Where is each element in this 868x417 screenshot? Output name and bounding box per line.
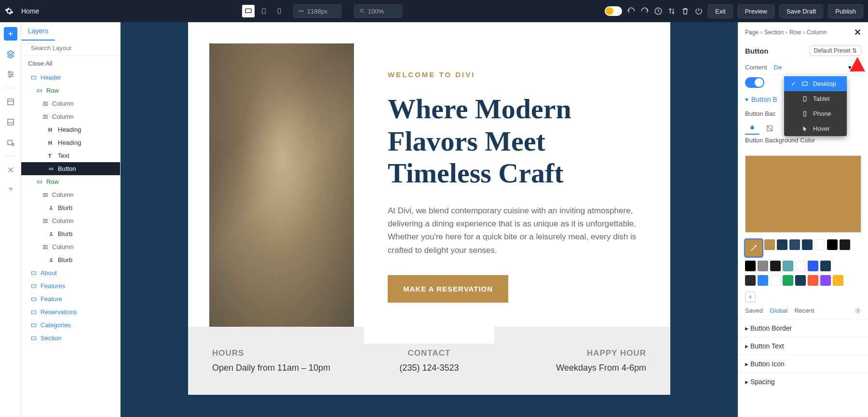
svg-rect-16 [46, 102, 47, 105]
tree-item-section[interactable]: Section [21, 332, 120, 345]
tree-item-column[interactable]: Column [21, 214, 120, 227]
add-button[interactable] [4, 27, 17, 41]
canvas-width-input[interactable]: 1188px [293, 4, 341, 18]
palette-gear-icon[interactable] [854, 307, 861, 314]
history-icon[interactable] [654, 7, 663, 15]
swatch[interactable] [820, 261, 831, 271]
hours-label: HOURS [212, 348, 357, 358]
palette-recent[interactable]: Recent [794, 307, 814, 314]
tab-design[interactable]: De [774, 61, 782, 74]
swatch[interactable] [777, 239, 787, 250]
swatch[interactable] [802, 239, 813, 250]
swatch[interactable] [745, 261, 756, 271]
contact-value: (235) 124-3523 [357, 363, 502, 373]
dd-item-hover[interactable]: Hover [784, 121, 847, 136]
tab-content[interactable]: Content [745, 61, 767, 74]
tree-item-feature[interactable]: Feature [21, 292, 120, 306]
nav-icon-3[interactable] [4, 136, 17, 149]
tree-item-text[interactable]: TText [21, 149, 120, 162]
tree-item-button[interactable]: Button [21, 162, 120, 175]
swatch[interactable] [795, 275, 806, 286]
preview-button[interactable]: Preview [738, 4, 774, 18]
tree-item-heading[interactable]: HHeading [21, 136, 120, 149]
close-all-button[interactable]: Close All [21, 56, 120, 71]
undo-icon[interactable] [627, 7, 636, 15]
tree-item-heading[interactable]: HHeading [21, 123, 120, 136]
save-draft-button[interactable]: Save Draft [779, 4, 823, 18]
exit-button[interactable]: Exit [708, 4, 733, 18]
svg-rect-54 [804, 111, 806, 116]
swatch[interactable] [758, 261, 768, 271]
search-input[interactable] [31, 44, 112, 52]
layers-nav-icon[interactable] [4, 47, 17, 61]
dd-item-tablet[interactable]: Tablet [784, 91, 847, 106]
swatch[interactable] [770, 275, 781, 286]
dd-item-desktop[interactable]: ✓Desktop [784, 76, 847, 91]
swatch[interactable] [840, 239, 850, 250]
section-button-text[interactable]: ▸ Button Text [738, 337, 868, 355]
section-button-border[interactable]: ▸ Button Border [738, 319, 868, 337]
device-tablet[interactable] [258, 5, 270, 17]
tree-item-column[interactable]: Column [21, 240, 120, 253]
device-desktop[interactable] [242, 5, 255, 17]
swatch[interactable] [770, 261, 781, 271]
tree-item-row[interactable]: Row [21, 175, 120, 188]
preset-button[interactable]: Default Preset ⇅ [810, 45, 861, 56]
tree-item-blurb[interactable]: Blurb [21, 227, 120, 240]
cta-button[interactable]: MAKE A RESERVATION [388, 275, 508, 303]
swatch[interactable] [764, 239, 775, 250]
tree-item-about[interactable]: About [21, 266, 120, 279]
zoom-input[interactable]: 100% [354, 4, 402, 18]
gear-icon[interactable] [5, 7, 14, 15]
trash-icon[interactable] [681, 7, 690, 15]
help-icon[interactable] [4, 183, 17, 197]
device-phone[interactable] [273, 5, 285, 17]
swatch[interactable] [827, 239, 838, 250]
section-button-icon[interactable]: ▸ Button Icon [738, 355, 868, 373]
nav-icon-1[interactable] [4, 95, 17, 109]
tree-item-column[interactable]: Column [21, 97, 120, 110]
tree-item-blurb[interactable]: Blurb [21, 201, 120, 214]
palette-saved[interactable]: Saved [745, 307, 763, 314]
svg-rect-0 [245, 9, 251, 13]
swatch-add[interactable]: + [745, 292, 756, 302]
responsive-trigger[interactable]: ▾ [847, 63, 861, 72]
tree-item-features[interactable]: Features [21, 279, 120, 292]
settings-nav-icon[interactable] [4, 68, 17, 81]
swatch[interactable] [833, 275, 843, 286]
svg-rect-18 [46, 115, 47, 118]
tree-item-column[interactable]: Column [21, 188, 120, 201]
tree-item-column[interactable]: Column [21, 110, 120, 123]
swatch[interactable] [783, 261, 793, 271]
swatch[interactable] [808, 275, 818, 286]
bg-tab-gradient[interactable] [762, 122, 777, 135]
swatch[interactable] [808, 261, 818, 271]
publish-button[interactable]: Publish [828, 4, 863, 18]
swatch[interactable] [783, 275, 793, 286]
swatch[interactable] [745, 275, 756, 286]
palette-global[interactable]: Global [770, 307, 788, 314]
swatch[interactable] [820, 275, 831, 286]
sort-icon[interactable] [667, 7, 676, 15]
dd-item-phone[interactable]: Phone [784, 106, 847, 121]
tree-item-categories[interactable]: Categories [21, 319, 120, 332]
swatch-active[interactable] [745, 239, 762, 257]
tree-item-blurb[interactable]: Blurb [21, 253, 120, 266]
layers-tab[interactable]: Layers [21, 22, 55, 41]
swatch[interactable] [789, 239, 800, 250]
color-preview[interactable] [745, 155, 861, 233]
section-spacing[interactable]: ▸ Spacing [738, 373, 868, 390]
power-icon[interactable] [694, 7, 703, 15]
redo-icon[interactable] [640, 7, 649, 15]
tools-icon[interactable] [4, 163, 17, 177]
swatch[interactable] [758, 275, 768, 286]
tree-item-header[interactable]: Header [21, 71, 120, 84]
nav-icon-2[interactable] [4, 115, 17, 129]
theme-toggle[interactable] [605, 6, 622, 16]
swatch[interactable] [795, 261, 806, 271]
close-icon[interactable]: ✕ [854, 27, 861, 38]
bg-tab-color[interactable] [745, 122, 760, 135]
tree-item-row[interactable]: Row [21, 84, 120, 97]
swatch[interactable] [814, 239, 825, 250]
tree-item-reservations[interactable]: Reservations [21, 306, 120, 319]
